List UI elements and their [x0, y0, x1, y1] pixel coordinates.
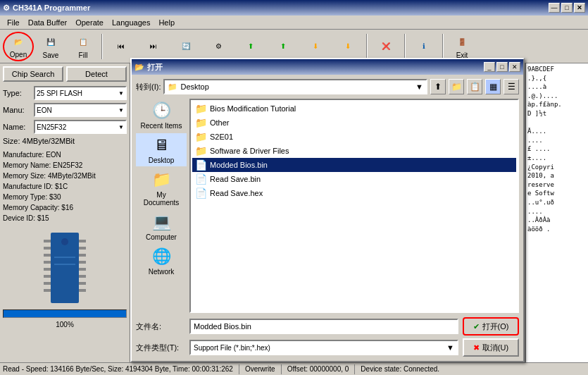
file-list[interactable]: 📁 Bios Modification Tutorial 📁 Other 📁 S…: [189, 99, 519, 313]
toolbar-btn-11[interactable]: ⬇: [332, 32, 363, 61]
type-select[interactable]: 25 SPI FLASH ▼: [34, 86, 127, 100]
sidebar-desktop-label: Desktop: [149, 156, 175, 164]
file-name-5: Read Save.bin: [210, 175, 261, 183]
save-button[interactable]: 💾 Save: [35, 32, 66, 61]
sidebar-item-mydocs[interactable]: 📁 My Documents: [136, 168, 187, 209]
file-item-1[interactable]: 📁 Other: [192, 116, 516, 130]
svg-rect-6: [44, 275, 51, 278]
toolbar-separator-2: [366, 34, 368, 59]
menu-languages[interactable]: Languages: [108, 17, 154, 28]
svg-rect-15: [79, 282, 86, 285]
dialog-location-combo[interactable]: 📁 Desktop ▼: [163, 79, 427, 94]
info-line-5: Memory Capacity: $16: [3, 202, 127, 213]
svg-rect-13: [79, 268, 86, 271]
offset-status: Offset: 00000000, 0: [287, 365, 349, 373]
svg-rect-3: [44, 254, 51, 257]
progress-bar-container: [3, 309, 127, 318]
menu-file[interactable]: File: [3, 17, 24, 28]
chip-search-row: Chip Search Detect: [3, 66, 127, 82]
open-file-button[interactable]: ✔ 打开(O): [463, 317, 519, 336]
status-sep-3: [354, 364, 355, 374]
manu-select[interactable]: EON ▼: [34, 103, 127, 117]
menu-help[interactable]: Help: [154, 17, 179, 28]
close-button[interactable]: ✕: [574, 3, 585, 13]
toolbar-btn-10[interactable]: ⬇: [300, 32, 331, 61]
menu-data-buffer[interactable]: Data Buffer: [24, 17, 71, 28]
file-item-5[interactable]: 📄 Read Save.bin: [192, 172, 516, 186]
info-box: Manufacture: EON Memory Name: EN25F32 Me…: [3, 149, 127, 223]
name-select[interactable]: EN25F32 ▼: [34, 120, 127, 134]
dialog-location-label: 转到(I):: [136, 82, 161, 92]
filetype-combo[interactable]: Support File (*.bin;*.hex) ▼: [189, 340, 458, 355]
info-line-1: Memory Name: EN25F32: [3, 160, 127, 171]
sidebar-item-computer[interactable]: 💻 Computer: [136, 210, 187, 243]
info-line-2: Memory Size: 4MByte/32MBit: [3, 171, 127, 181]
toolbar-btn-4[interactable]: ⏮: [106, 32, 137, 61]
sidebar-item-network[interactable]: 🌐 Network: [136, 245, 187, 278]
toolbar-separator-3: [404, 34, 406, 59]
toolbar-btn-8[interactable]: ⬆: [235, 32, 266, 61]
status-bar: Read - Speed: 134166 Byte/Sec, Size: 419…: [0, 362, 588, 375]
open-button[interactable]: 📂 Open: [3, 32, 34, 61]
fill-button[interactable]: 📋 Fill: [68, 32, 99, 61]
toolbar-icon-10: ⬇: [306, 38, 325, 55]
dialog-new-folder-button[interactable]: 📁: [449, 79, 464, 94]
type-select-arrow: ▼: [118, 90, 124, 97]
toolbar-separator-1: [101, 34, 103, 59]
file-item-4[interactable]: 📄 Modded Bios.bin: [192, 158, 516, 172]
dialog-location-value: Desktop: [180, 82, 208, 91]
file-item-3[interactable]: 📁 Software & Driver Files: [192, 144, 516, 158]
detect-button[interactable]: Detect: [66, 66, 127, 82]
cancel-file-button[interactable]: ✖ 取消(U): [463, 338, 519, 357]
size-label: Size:: [3, 137, 20, 145]
sidebar-item-desktop[interactable]: 🖥 Desktop: [136, 133, 187, 166]
dialog-close-button[interactable]: ✕: [509, 62, 520, 72]
toolbar-btn-12[interactable]: ❌: [370, 32, 401, 61]
toolbar-btn-6[interactable]: 🔄: [170, 32, 201, 61]
svg-rect-9: [79, 240, 86, 242]
fill-label: Fill: [79, 51, 88, 59]
sidebar-computer-label: Computer: [146, 233, 177, 241]
device-status: Device state: Connected.: [361, 365, 439, 373]
toolbar-icon-12: ❌: [376, 38, 396, 55]
info-line-3: Manufacture ID: $1C: [3, 181, 127, 192]
dialog-view-button3[interactable]: ☰: [503, 79, 519, 94]
svg-rect-8: [44, 289, 51, 292]
maximize-button[interactable]: □: [561, 3, 573, 13]
dialog-view-button2[interactable]: ▦: [485, 79, 501, 94]
toolbar-btn-13[interactable]: ℹ: [408, 32, 439, 61]
exit-button[interactable]: 🚪 Exit: [446, 32, 477, 61]
dialog-minimize-button[interactable]: _: [484, 62, 495, 72]
filetype-label: 文件类型(T):: [136, 343, 185, 353]
open-file-label: 打开(O): [482, 321, 509, 332]
file-item-2[interactable]: 📁 S2E01: [192, 130, 516, 144]
title-bar-buttons: — □ ✕: [549, 3, 585, 13]
file-item-0[interactable]: 📁 Bios Modification Tutorial: [192, 102, 516, 116]
dialog-view-button1[interactable]: 📋: [467, 79, 482, 94]
filename-row: 文件名: ✔ 打开(O): [136, 317, 519, 336]
file-item-6[interactable]: 📄 Read Save.hex: [192, 186, 516, 200]
manu-select-arrow: ▼: [118, 107, 124, 113]
type-label: Type:: [3, 89, 32, 97]
overwrite-status: Overwrite: [245, 365, 275, 373]
dialog-up-button[interactable]: ⬆: [430, 79, 446, 94]
sidebar-mydocs-label: My Documents: [138, 191, 184, 207]
right-panel: 9ABCDEF .}.,{ ....à .@.).... àp.f£ànp. D…: [525, 63, 588, 362]
toolbar-icon-8: ⬆: [241, 38, 261, 55]
dialog-maximize-button[interactable]: □: [496, 62, 508, 72]
svg-rect-7: [44, 282, 51, 285]
file-name-6: Read Save.hex: [210, 189, 263, 197]
toolbar-btn-7[interactable]: ⚙: [203, 32, 234, 61]
sidebar-item-recent[interactable]: 🕒 Recent Items: [136, 99, 187, 132]
filename-input[interactable]: [189, 319, 458, 334]
minimize-button[interactable]: —: [549, 3, 560, 13]
menu-operate[interactable]: Operate: [71, 17, 108, 28]
status-text: Read - Speed: 134166 Byte/Sec, Size: 419…: [3, 365, 233, 373]
toolbar-btn-9[interactable]: ⬆: [268, 32, 299, 61]
chip-search-button[interactable]: Chip Search: [3, 66, 63, 82]
name-select-arrow: ▼: [118, 124, 124, 130]
svg-rect-16: [79, 289, 86, 292]
toolbar-btn-5[interactable]: ⏭: [138, 32, 169, 61]
toolbar-icon-4: ⏮: [111, 38, 131, 55]
title-bar-left: ⚙ CH341A Programmer: [3, 4, 90, 13]
